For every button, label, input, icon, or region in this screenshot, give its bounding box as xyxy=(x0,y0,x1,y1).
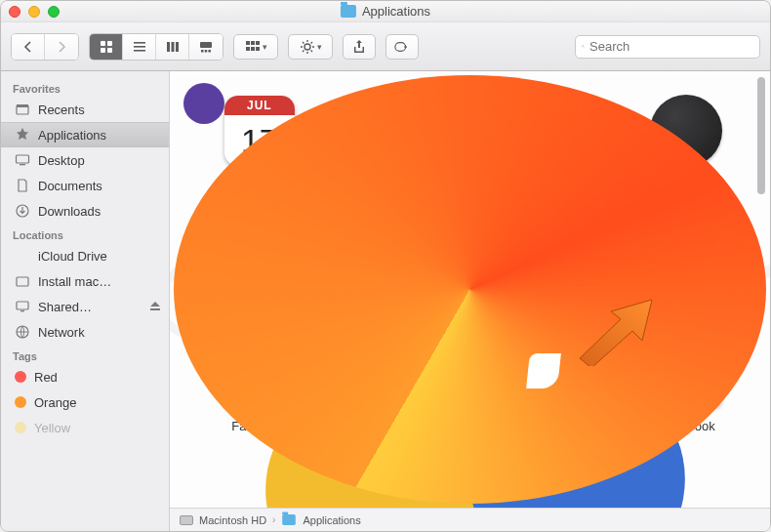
sidebar-item-label: Desktop xyxy=(38,153,85,168)
view-columns-button[interactable] xyxy=(156,34,189,60)
sidebar-tag-orange[interactable]: Orange xyxy=(1,389,169,415)
window-title: Applications xyxy=(341,4,430,19)
window-zoom-button[interactable] xyxy=(48,6,60,18)
traffic-lights xyxy=(9,6,60,18)
svg-point-20 xyxy=(304,44,310,50)
sidebar-item-label: Install mac… xyxy=(38,274,111,289)
svg-rect-31 xyxy=(20,310,24,311)
sidebar-item-icloud[interactable]: iCloud Drive xyxy=(1,243,169,268)
view-gallery-button[interactable] xyxy=(189,34,223,60)
sidebar-item-network[interactable]: Network xyxy=(1,319,169,345)
app-grid: JUL 17 Calendar Chess xyxy=(170,71,770,441)
search-input[interactable] xyxy=(589,39,753,54)
applications-icon xyxy=(15,127,30,143)
view-icons-button[interactable] xyxy=(90,34,123,60)
svg-rect-15 xyxy=(251,41,255,45)
sidebar-section-favorites: Favorites xyxy=(1,77,169,97)
svg-rect-25 xyxy=(17,104,28,107)
desktop-icon xyxy=(15,152,30,168)
sidebar-item-label: Recents xyxy=(38,102,85,117)
tags-button[interactable] xyxy=(386,34,419,60)
documents-icon xyxy=(15,178,30,193)
app-firefox[interactable]: Firefox xyxy=(345,329,459,433)
path-bar: Macintosh HD › Applications xyxy=(170,508,770,531)
tag-dot-icon xyxy=(15,422,26,433)
sidebar-item-label: Applications xyxy=(38,128,106,143)
forward-button[interactable] xyxy=(45,34,78,60)
icloud-icon xyxy=(15,248,30,264)
sidebar-item-downloads[interactable]: Downloads xyxy=(1,198,169,224)
back-button[interactable] xyxy=(12,34,45,60)
sidebar-tag-yellow[interactable]: Yellow xyxy=(1,415,169,440)
svg-rect-26 xyxy=(17,155,29,163)
window-close-button[interactable] xyxy=(9,6,20,18)
path-segment-root[interactable]: Macintosh HD xyxy=(199,514,266,526)
share-button[interactable] xyxy=(343,34,376,60)
sidebar-item-label: Shared… xyxy=(38,300,142,314)
folder-icon xyxy=(283,514,297,525)
tag-icon xyxy=(394,39,410,55)
share-icon xyxy=(351,39,367,55)
svg-rect-21 xyxy=(395,42,406,51)
sidebar-item-label: Documents xyxy=(38,179,102,193)
svg-rect-10 xyxy=(200,42,212,48)
sidebar-item-label: Red xyxy=(34,370,58,385)
tag-dot-icon xyxy=(15,396,26,408)
sidebar-item-install-mac[interactable]: Install mac… xyxy=(1,268,169,294)
arrange-icon xyxy=(245,39,261,55)
svg-rect-11 xyxy=(201,50,204,53)
svg-rect-17 xyxy=(246,47,250,51)
disk-icon xyxy=(180,515,193,525)
sidebar-item-recents[interactable]: Recents xyxy=(1,97,169,122)
svg-rect-9 xyxy=(176,42,179,52)
svg-rect-4 xyxy=(134,42,145,44)
svg-rect-14 xyxy=(246,41,250,45)
sidebar-tag-red[interactable]: Red xyxy=(1,364,169,389)
path-segment-current[interactable]: Applications xyxy=(303,514,360,526)
svg-point-23 xyxy=(582,45,584,47)
folder-icon xyxy=(341,5,356,18)
body: Favorites Recents Applications Desktop D… xyxy=(1,71,770,531)
columns-icon xyxy=(165,39,181,55)
scrollbar-vertical[interactable] xyxy=(754,73,768,506)
chevron-left-icon xyxy=(20,39,36,55)
sidebar-item-label: iCloud Drive xyxy=(38,249,107,264)
chevron-right-icon: › xyxy=(272,514,275,525)
arrange-button[interactable]: ▾ xyxy=(233,34,278,60)
sidebar-item-label: Downloads xyxy=(38,204,101,219)
svg-rect-30 xyxy=(17,302,28,309)
window-minimize-button[interactable] xyxy=(28,6,40,18)
svg-rect-12 xyxy=(205,50,208,53)
search-icon xyxy=(582,40,585,53)
sidebar: Favorites Recents Applications Desktop D… xyxy=(1,71,170,531)
action-button[interactable]: ▾ xyxy=(288,34,333,60)
svg-rect-19 xyxy=(256,47,260,51)
sidebar-item-shared[interactable]: Shared… xyxy=(1,294,169,319)
downloads-icon xyxy=(15,203,30,219)
sidebar-item-desktop[interactable]: Desktop xyxy=(1,147,169,173)
sidebar-section-locations: Locations xyxy=(1,224,169,243)
firefox-icon xyxy=(366,335,438,407)
list-icon xyxy=(132,39,147,55)
eject-icon[interactable] xyxy=(149,301,161,312)
svg-rect-7 xyxy=(167,42,170,52)
svg-rect-18 xyxy=(251,47,255,51)
view-list-button[interactable] xyxy=(123,34,156,60)
svg-rect-3 xyxy=(107,48,112,53)
recents-icon xyxy=(15,102,30,117)
grid-icon xyxy=(99,39,114,55)
search-field[interactable] xyxy=(575,35,760,59)
window-title-text: Applications xyxy=(362,4,430,19)
sidebar-item-documents[interactable]: Documents xyxy=(1,173,169,198)
scrollbar-thumb[interactable] xyxy=(757,77,765,194)
tag-dot-icon xyxy=(15,371,26,383)
display-icon xyxy=(15,299,30,314)
gallery-icon xyxy=(198,39,214,55)
chevron-right-icon xyxy=(54,39,69,55)
gear-icon xyxy=(300,39,315,55)
svg-rect-5 xyxy=(134,46,145,48)
network-icon xyxy=(15,324,30,340)
icon-view[interactable]: pcrisk.com JUL 17 Calendar Chess xyxy=(170,71,770,508)
sidebar-item-applications[interactable]: Applications xyxy=(1,122,169,147)
sidebar-item-label: Orange xyxy=(34,395,76,410)
